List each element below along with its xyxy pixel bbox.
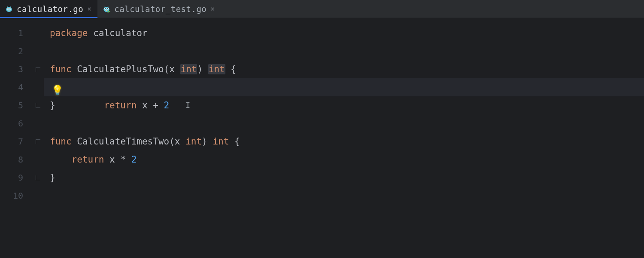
line-number: 10 [0,187,32,205]
return-type: int [213,136,229,147]
code-line[interactable]: package calculator [44,24,644,42]
line-number: 9 [0,169,32,187]
param-name: x [175,136,180,147]
code-line[interactable]: func CalculatePlusTwo(x int) int { [44,60,644,78]
svg-rect-14 [105,6,106,8]
code-line[interactable]: return x * 2 [44,150,644,169]
line-number: 5 [0,96,32,114]
tab-bar: calculator.go × calculator_test.go × [0,0,644,18]
tab-label: calculator_test.go [114,4,207,14]
svg-point-0 [6,7,12,12]
line-number: 6 [0,114,32,132]
fold-toggle[interactable] [32,169,44,187]
keyword-return: return [72,154,104,165]
fold-toggle[interactable] [32,132,44,150]
package-name: calculator [93,28,147,38]
svg-rect-7 [10,6,11,8]
close-icon[interactable]: × [210,5,215,12]
svg-point-5 [9,10,10,11]
fold-toggle[interactable] [32,60,44,78]
code-line[interactable]: } [44,96,644,114]
func-name: CalculatePlusTwo [77,64,164,74]
line-number: 2 [0,42,32,60]
param-type: int [180,64,197,74]
svg-point-4 [9,8,10,9]
operator-multiply: * [120,154,126,165]
go-file-icon [5,5,13,13]
line-number: 8 [0,150,32,169]
line-number: 7 [0,132,32,150]
svg-rect-6 [7,6,8,8]
svg-point-13 [106,10,107,11]
keyword-package: package [50,28,88,38]
param-name: x [169,64,175,74]
code-line[interactable]: } [44,169,644,187]
line-number: 4 [0,78,32,96]
param-type: int [185,136,202,147]
code-line[interactable] [44,42,644,60]
code-area[interactable]: package calculator func CalculatePlusTwo… [44,18,644,258]
keyword-func: func [50,136,72,147]
line-number: 1 [0,24,32,42]
go-test-file-icon [103,5,110,13]
fold-gutter [32,18,44,258]
svg-point-12 [107,8,108,9]
fold-toggle[interactable] [32,96,44,114]
return-type: int [208,64,225,74]
number-literal: 2 [131,154,137,165]
code-editor[interactable]: 1 2 3 4 5 6 7 8 9 10 package calculator … [0,18,644,258]
code-line[interactable]: func CalculateTimesTwo(x int) int { [44,132,644,150]
func-name: CalculateTimesTwo [77,136,169,147]
svg-rect-15 [108,6,109,8]
code-line[interactable] [44,114,644,132]
line-number: 3 [0,60,32,78]
line-number-gutter: 1 2 3 4 5 6 7 8 9 10 [0,18,32,258]
tab-calculator-test-go[interactable]: calculator_test.go × [97,0,221,18]
close-icon[interactable]: × [87,5,91,12]
code-line[interactable] [44,187,644,205]
tab-label: calculator.go [17,4,83,14]
svg-point-11 [105,8,106,9]
svg-point-3 [7,8,8,9]
code-line-current[interactable]: 💡 return x + 2 I [44,78,644,96]
keyword-func: func [50,64,72,74]
tab-calculator-go[interactable]: calculator.go × [0,0,97,18]
identifier: x [109,154,115,165]
